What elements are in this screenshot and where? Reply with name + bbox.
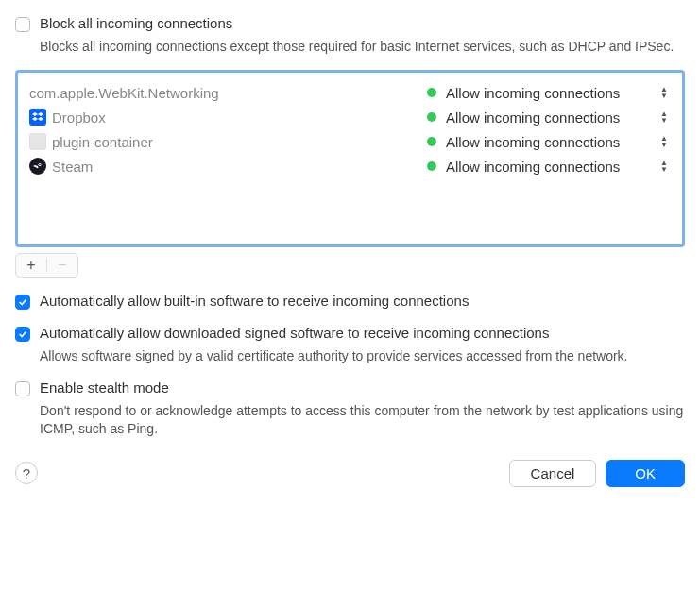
- auto-signed-desc: Allows software signed by a valid certif…: [40, 347, 685, 364]
- dropbox-icon: [29, 109, 46, 126]
- app-row[interactable]: com.apple.WebKit.Networking Allow incomi…: [18, 80, 682, 105]
- stealth-checkbox[interactable]: [15, 381, 30, 396]
- auto-signed-checkbox[interactable]: [15, 327, 30, 342]
- steam-icon: [29, 158, 46, 175]
- auto-builtin-checkbox[interactable]: [15, 295, 30, 310]
- plugin-icon: [29, 133, 46, 150]
- stealth-desc: Don't respond to or acknowledge attempts…: [40, 402, 685, 436]
- status-stepper[interactable]: ▲▼: [657, 158, 671, 175]
- app-row[interactable]: Steam Allow incoming connections ▲▼: [18, 154, 682, 178]
- status-stepper[interactable]: ▲▼: [657, 109, 671, 126]
- app-name: com.apple.WebKit.Networking: [29, 85, 427, 101]
- status-text: Allow incoming connections: [446, 85, 657, 101]
- app-name: plugin-container: [52, 134, 427, 150]
- app-name: Steam: [52, 159, 427, 175]
- help-button[interactable]: ?: [15, 462, 38, 484]
- add-button[interactable]: +: [16, 254, 46, 277]
- app-name: Dropbox: [52, 110, 427, 126]
- status-text: Allow incoming connections: [446, 134, 657, 150]
- auto-signed-label: Automatically allow downloaded signed so…: [40, 325, 549, 341]
- app-row[interactable]: Dropbox Allow incoming connections ▲▼: [18, 105, 682, 129]
- status-dot-icon: [427, 112, 436, 122]
- block-all-desc: Blocks all incoming connections except t…: [40, 38, 685, 55]
- block-all-label: Block all incoming connections: [40, 15, 232, 31]
- footer: ? Cancel OK: [15, 460, 685, 487]
- remove-button[interactable]: −: [47, 254, 77, 277]
- app-row[interactable]: plugin-container Allow incoming connecti…: [18, 129, 682, 154]
- svg-point-2: [39, 164, 41, 166]
- status-text: Allow incoming connections: [446, 159, 657, 175]
- list-toolbar: + −: [15, 253, 78, 278]
- status-dot-icon: [427, 161, 436, 171]
- block-all-checkbox[interactable]: [15, 17, 30, 32]
- ok-button[interactable]: OK: [606, 460, 685, 487]
- auto-builtin-label: Automatically allow built-in software to…: [40, 293, 469, 309]
- status-dot-icon: [427, 137, 436, 146]
- stealth-label: Enable stealth mode: [40, 379, 169, 396]
- app-list[interactable]: com.apple.WebKit.Networking Allow incomi…: [15, 70, 685, 247]
- cancel-button[interactable]: Cancel: [509, 460, 597, 487]
- status-stepper[interactable]: ▲▼: [657, 133, 671, 150]
- status-text: Allow incoming connections: [446, 110, 657, 126]
- status-stepper[interactable]: ▲▼: [657, 84, 671, 101]
- status-dot-icon: [427, 88, 436, 97]
